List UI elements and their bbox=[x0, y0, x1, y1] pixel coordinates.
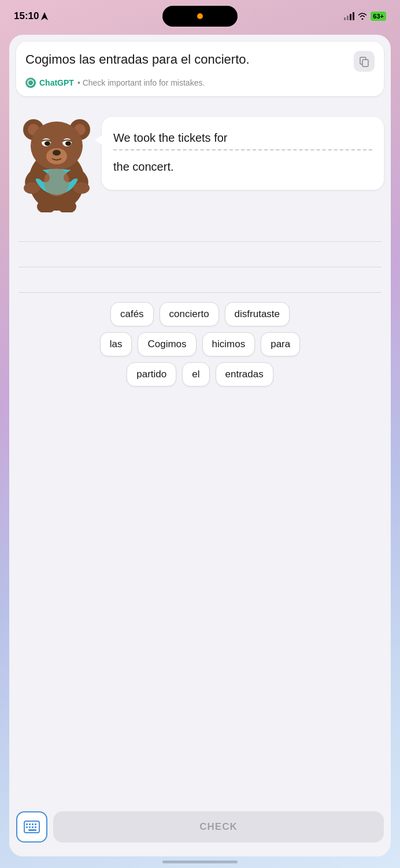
translation-card: Cogimos las entradas para el concierto. … bbox=[16, 42, 384, 96]
answer-line-1 bbox=[18, 216, 382, 242]
svg-rect-22 bbox=[32, 823, 34, 825]
word-chip-cogimos[interactable]: Cogimos bbox=[138, 332, 196, 356]
svg-rect-20 bbox=[26, 823, 28, 825]
wifi-icon bbox=[358, 13, 367, 20]
svg-rect-26 bbox=[32, 826, 34, 828]
svg-point-13 bbox=[53, 150, 61, 156]
word-chip-entradas[interactable]: entradas bbox=[216, 362, 273, 387]
check-button[interactable]: CHECK bbox=[53, 811, 384, 843]
bear-section: We took the tickets for the concert. bbox=[16, 105, 384, 209]
word-chip-disfrutaste[interactable]: disfrutaste bbox=[225, 302, 290, 326]
svg-point-14 bbox=[24, 182, 40, 194]
battery-indicator: 63+ bbox=[371, 12, 386, 21]
chatgpt-label: ChatGPT bbox=[39, 78, 74, 87]
home-indicator bbox=[162, 860, 238, 863]
svg-rect-21 bbox=[29, 823, 31, 825]
bear-character bbox=[16, 105, 97, 209]
svg-point-1 bbox=[28, 80, 34, 86]
keyboard-button[interactable] bbox=[16, 811, 47, 843]
status-right: 63+ bbox=[344, 12, 386, 21]
speech-bubble: We took the tickets for the concert. bbox=[102, 117, 384, 190]
word-row-1: cafés concierto disfrutaste bbox=[18, 302, 382, 326]
word-row-2: las Cogimos hicimos para bbox=[18, 332, 382, 356]
bubble-line-1: We took the tickets for bbox=[113, 128, 372, 150]
keyboard-icon bbox=[24, 821, 40, 833]
svg-rect-27 bbox=[35, 826, 36, 828]
word-chip-cafes[interactable]: cafés bbox=[110, 302, 154, 326]
bubble-line-2: the concert. bbox=[113, 157, 372, 178]
word-chips-section: cafés concierto disfrutaste las Cogimos … bbox=[16, 293, 384, 397]
chatgpt-logo bbox=[25, 78, 36, 88]
svg-point-15 bbox=[73, 182, 90, 194]
svg-rect-25 bbox=[29, 826, 31, 828]
answer-lines bbox=[18, 216, 382, 293]
copy-button[interactable] bbox=[354, 51, 375, 72]
word-chip-partido[interactable]: partido bbox=[127, 362, 176, 387]
answer-line-2 bbox=[18, 242, 382, 267]
location-icon bbox=[41, 12, 48, 20]
status-time: 15:10 bbox=[14, 10, 48, 22]
check-label: CHECK bbox=[199, 821, 237, 833]
translation-header: Cogimos las entradas para el concierto. bbox=[25, 51, 375, 72]
svg-rect-28 bbox=[28, 829, 36, 831]
spanish-text: Cogimos las entradas para el concierto. bbox=[25, 51, 347, 68]
svg-point-12 bbox=[65, 141, 71, 146]
dynamic-island bbox=[162, 6, 238, 27]
bubble-text: We took the tickets for the concert. bbox=[113, 128, 372, 178]
word-chip-para[interactable]: para bbox=[261, 332, 300, 356]
word-chip-concierto[interactable]: concierto bbox=[160, 302, 219, 326]
word-chip-hicimos[interactable]: hicimos bbox=[202, 332, 255, 356]
svg-rect-24 bbox=[26, 826, 28, 828]
svg-point-11 bbox=[45, 141, 50, 146]
signal-icon bbox=[344, 12, 354, 20]
answer-line-3 bbox=[18, 267, 382, 293]
word-chip-el[interactable]: el bbox=[182, 362, 209, 387]
exercise-area: We took the tickets for the concert. caf… bbox=[9, 96, 391, 804]
chatgpt-logo-icon bbox=[27, 79, 34, 86]
svg-rect-0 bbox=[362, 60, 368, 67]
dynamic-island-dot bbox=[197, 13, 203, 19]
battery-level: 63 bbox=[373, 13, 380, 20]
bottom-bar: CHECK bbox=[9, 804, 391, 856]
svg-point-18 bbox=[44, 168, 69, 196]
chatgpt-row[interactable]: ChatGPT • Check important info for mista… bbox=[25, 78, 375, 88]
copy-icon bbox=[358, 56, 370, 67]
word-chip-las[interactable]: las bbox=[100, 332, 132, 356]
main-container: Cogimos las entradas para el concierto. … bbox=[9, 35, 391, 856]
svg-rect-23 bbox=[35, 823, 36, 825]
time-display: 15:10 bbox=[14, 10, 39, 22]
word-row-3: partido el entradas bbox=[18, 362, 382, 387]
chatgpt-subtitle: • Check important info for mistakes. bbox=[77, 78, 205, 87]
